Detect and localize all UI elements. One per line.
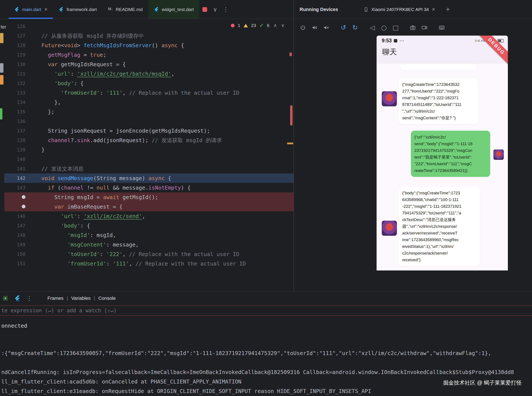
gutter-line-number[interactable]: 146 [4, 214, 41, 219]
rotate-left-icon[interactable]: ↺ [340, 24, 347, 31]
keyboard-icon[interactable] [438, 24, 445, 31]
device-mirror-screen[interactable]: 9:53 ⋯ 0.41 KB/s ▂▄▆ 聊天 {"msgCreateTime"… [377, 35, 508, 270]
chat-bubble: {"url":"xzll/im/c2c/ send","body":{"msgI… [411, 131, 490, 177]
breakpoint-icon[interactable] [22, 195, 25, 199]
next-problem-icon[interactable]: ∨ [281, 23, 285, 28]
tab-widget-test-dart[interactable]: widget_test.dart [148, 0, 199, 19]
gutter-line-number[interactable]: 140 [4, 157, 41, 162]
console-log-line: :{"msgCreateTime":1723643590057,"fromUse… [1, 350, 491, 356]
prev-problem-icon[interactable]: ∧ [274, 23, 277, 28]
gutter-line-number[interactable]: 135 [4, 109, 41, 115]
chat-list: {"msgCreateTime":1723643532 277,"fromUse… [377, 35, 508, 270]
chevron-down-icon[interactable]: ∨ [213, 6, 217, 13]
gutter-line-number[interactable]: 139 [4, 147, 41, 152]
tab-strip: main.dart×framework.dartM↓README.mdwidge… [9, 0, 210, 19]
app-title: 聊天 [377, 44, 508, 57]
editor-tab-bar: main.dart×framework.dartM↓README.mdwidge… [0, 0, 294, 19]
code-line: 132 'body': { [4, 79, 294, 88]
status-time: 9:53 [382, 38, 392, 44]
error-icon[interactable] [231, 24, 235, 27]
tab-label: framework.dart [67, 7, 97, 12]
add-device-button[interactable]: + [446, 5, 450, 13]
tab-main-dart[interactable]: main.dart× [9, 0, 53, 19]
close-icon[interactable]: × [432, 6, 435, 12]
code-line: 150 'toUserId': '222', // Replace with t… [4, 249, 294, 259]
gutter-line-number[interactable]: 143 [4, 185, 41, 191]
camera-icon[interactable] [410, 24, 416, 31]
gutter-line-number[interactable]: 137 [4, 128, 41, 134]
tab-hidden[interactable] [199, 0, 210, 19]
code-text: 'url': 'xzll/im/c2c/get/batch/msgId', [41, 71, 294, 77]
close-icon[interactable]: × [44, 6, 48, 12]
debugger-icon[interactable] [2, 295, 9, 302]
device-toolbar: ↺↻◁○□ [300, 21, 445, 35]
overview-icon[interactable]: □ [392, 24, 399, 31]
gutter-line-number[interactable]: 136 [4, 119, 41, 124]
gutter-line-number[interactable]: 128 [4, 43, 41, 48]
code-line: 143 if (channel != null && message.isNot… [4, 183, 294, 192]
rotate-right-icon[interactable]: ↻ [352, 24, 358, 31]
avatar [382, 221, 397, 236]
file-icon [0, 33, 3, 43]
code-line: 128Future<void> fetchMsgIdsFromServer() … [4, 41, 294, 50]
device-tab[interactable]: Xiaomi 2407FRK8EC API 34 × [359, 0, 440, 19]
gutter-line-number[interactable]: 132 [4, 81, 41, 86]
flutter-icon [59, 7, 64, 12]
evaluate-expression-input[interactable]: te expression (↵) or add a watch (⇧↵) [0, 305, 532, 316]
code-text: 'msgContent': message, [41, 242, 294, 248]
back-icon[interactable]: ◁ [369, 24, 376, 31]
tab-readme-md[interactable]: M↓README.md [102, 0, 148, 19]
code-text: String msgId = await getMsgId(); [41, 194, 294, 200]
record-icon[interactable] [421, 24, 428, 31]
error-stripe-mark[interactable] [290, 53, 292, 56]
volume-mute-icon[interactable] [323, 24, 329, 31]
code-text: var getMsgIdsRequest = { [41, 61, 294, 68]
code-text: channel?.sink.add(jsonRequest); // 发送获取 … [41, 137, 294, 144]
console-status: onnected [1, 323, 27, 329]
scrollbar-thumb[interactable] [290, 105, 292, 126]
kebab-menu-icon[interactable]: ⋮ [223, 6, 229, 13]
tab-frames[interactable]: Frames [47, 296, 63, 301]
gutter-line-number[interactable] [4, 204, 41, 210]
warning-icon[interactable] [244, 24, 248, 27]
code-editor[interactable]: 126127// 从服务器获取 msgId 并存储到缓存中128Future<v… [4, 19, 294, 270]
gutter-line-number[interactable]: 130 [4, 62, 41, 67]
device-tab-label: Xiaomi 2407FRK8EC API 34 [371, 7, 429, 12]
avatar [382, 91, 397, 106]
gutter-line-number[interactable] [4, 195, 41, 200]
breakpoint-icon[interactable] [22, 205, 25, 208]
gutter-line-number[interactable]: 142 [4, 175, 41, 181]
tab-label: widget_test.dart [162, 7, 194, 12]
warning-stripe-mark[interactable] [287, 143, 293, 144]
gutter-line-number[interactable]: 149 [4, 242, 41, 247]
code-text: void sendMessage(String message) async { [41, 175, 294, 181]
gutter-line-number[interactable]: 131 [4, 71, 41, 76]
gutter-line-number[interactable]: 151 [4, 261, 41, 266]
check-icon[interactable]: ✓ [259, 23, 264, 29]
code-line: 136 [4, 116, 294, 126]
volume-up-icon[interactable] [311, 24, 318, 31]
gutter-line-number[interactable]: 133 [4, 90, 41, 96]
gutter-line-number[interactable]: 126 [4, 24, 41, 29]
gutter-line-number[interactable]: 150 [4, 251, 41, 257]
kebab-menu-icon[interactable]: ⋮ [26, 295, 32, 302]
flutter-icon[interactable] [14, 295, 21, 302]
home-icon[interactable]: ○ [381, 24, 387, 31]
gutter-line-number[interactable]: 148 [4, 233, 41, 238]
tab-console[interactable]: Console [91, 296, 115, 301]
gutter-line-number[interactable]: 129 [4, 52, 41, 58]
gutter-line-number[interactable]: 134 [4, 100, 41, 105]
running-devices-header: Running Devices Xiaomi 2407FRK8EC API 34… [294, 0, 532, 19]
gutter-line-number[interactable]: 147 [4, 223, 41, 228]
warning-count: 23 [251, 23, 256, 28]
watermark: 掘金技术社区 @ 蝎子莱莱爱打怪 [443, 379, 522, 386]
power-icon[interactable] [300, 24, 306, 31]
code-line: 134 }, [4, 98, 294, 107]
console-log-line: ndCancelIfRunning: isInProgress=falsecal… [1, 369, 514, 375]
gutter-line-number[interactable]: 138 [4, 138, 41, 143]
gutter-line-number[interactable]: 141 [4, 166, 41, 171]
gutter-line-number[interactable]: 127 [4, 33, 41, 39]
tab-variables[interactable]: Variables [63, 296, 91, 301]
code-line: 140 [4, 154, 294, 164]
tab-framework-dart[interactable]: framework.dart [53, 0, 102, 19]
